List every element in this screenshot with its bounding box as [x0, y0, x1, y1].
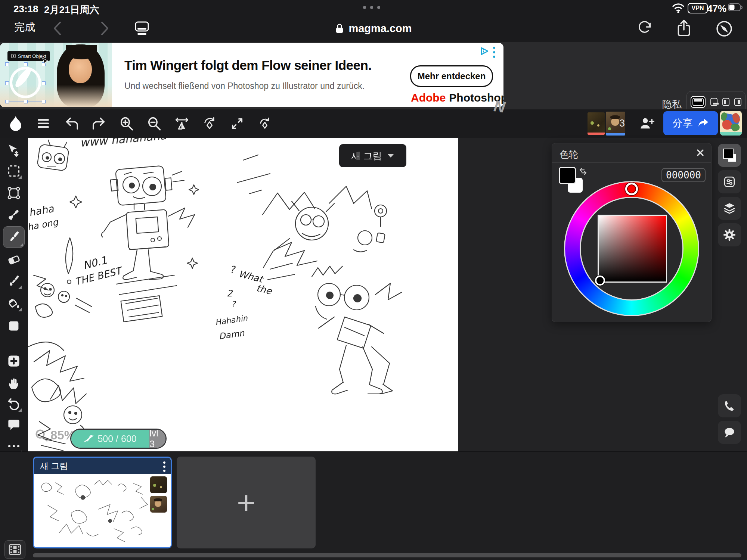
- battery-icon: [728, 3, 743, 12]
- ad-headline: Tim Wingert folgt dem Flow seiner Ideen.: [124, 58, 372, 73]
- shape-tool[interactable]: [5, 317, 23, 335]
- chat-bubble-icon: [723, 426, 736, 438]
- sv-selector[interactable]: [595, 276, 605, 286]
- drawing-canvas[interactable]: www hahahaha haha ha ong N0.1 THE BEST ?…: [28, 138, 458, 451]
- add-page-button[interactable]: +: [177, 457, 316, 548]
- status-bar: 23:18 2月21日周六 VPN 47%: [0, 0, 747, 15]
- layout-option-right[interactable]: [734, 98, 741, 106]
- reload-icon[interactable]: [637, 21, 653, 37]
- xp-level: lvl 3: [149, 430, 165, 448]
- zoom-out-icon[interactable]: [145, 114, 164, 133]
- sketch-word: the: [255, 283, 273, 297]
- smudge-tool[interactable]: [5, 272, 23, 290]
- collaborator-count: 3: [619, 118, 625, 129]
- clock: 23:18: [13, 3, 38, 15]
- sketch-word: What: [238, 268, 265, 285]
- layers-icon: [723, 202, 736, 215]
- film-icon: [9, 544, 21, 555]
- lock-icon: [335, 23, 344, 34]
- eraser-tool[interactable]: [5, 251, 23, 268]
- saturation-value-square[interactable]: [598, 215, 667, 283]
- address-bar[interactable]: magma.com: [0, 15, 747, 42]
- page-card-selected[interactable]: 새 그림: [33, 457, 172, 548]
- color-panel-title: 色轮: [560, 148, 578, 161]
- hue-selector[interactable]: [625, 183, 638, 195]
- zoom-in-icon[interactable]: [117, 114, 136, 133]
- reference-photo-1: [150, 476, 167, 493]
- page-card-header: 새 그림: [34, 458, 171, 474]
- ad-subheadline: Und wechselt fließend von Photoshop zu I…: [124, 81, 365, 91]
- layout-option-left[interactable]: [722, 98, 729, 106]
- color-wheel-panel: 色轮 000000: [552, 143, 712, 322]
- ad-image: Smart Objekt: [0, 43, 112, 107]
- phone-icon: [723, 400, 735, 412]
- canvas-sketch: www hahahaha haha ha ong N0.1 THE BEST ?…: [28, 138, 458, 451]
- sketch-word: haha: [28, 202, 55, 218]
- invite-user-icon[interactable]: [637, 114, 657, 133]
- voice-call-button[interactable]: [718, 394, 741, 417]
- zoom-indicator: 85%: [35, 428, 75, 442]
- multitask-dots-icon: [363, 6, 380, 9]
- flip-canvas-icon[interactable]: [172, 114, 192, 133]
- sketch-word: Hahahin: [214, 314, 248, 327]
- color-rail-button[interactable]: [718, 144, 741, 167]
- layers-button[interactable]: [718, 197, 741, 220]
- cursor-icon: [42, 58, 49, 65]
- sketch-word: ha ong: [28, 217, 59, 233]
- move-tool[interactable]: [5, 141, 23, 159]
- fullscreen-icon[interactable]: [227, 114, 247, 133]
- vpn-badge: VPN: [688, 3, 708, 13]
- swap-colors-icon[interactable]: [578, 167, 588, 176]
- sliders-icon: [723, 175, 736, 188]
- primary-color-swatch[interactable]: [559, 167, 576, 184]
- select-tool[interactable]: [5, 162, 23, 180]
- brush-tool-selected[interactable]: [3, 226, 25, 248]
- workspace: www hahahaha haha ha ong N0.1 THE BEST ?…: [0, 138, 747, 451]
- layout-option-bottom[interactable]: [710, 98, 717, 106]
- redo-icon[interactable]: [89, 114, 108, 133]
- undo-icon[interactable]: [62, 114, 82, 133]
- eyedropper-tool[interactable]: [5, 206, 23, 224]
- rail-swatch-icon: [723, 149, 734, 159]
- fill-tool[interactable]: [5, 295, 23, 312]
- reference-photo-2: [150, 496, 167, 513]
- page-card-title: 새 그림: [40, 460, 68, 472]
- settings-button[interactable]: [718, 223, 741, 246]
- user-avatar[interactable]: [720, 111, 742, 136]
- horizontal-scrollbar[interactable]: [33, 553, 741, 557]
- share-button[interactable]: 分享: [663, 111, 718, 135]
- compass-icon[interactable]: [716, 20, 733, 37]
- page-menu-dots-icon[interactable]: [163, 461, 165, 472]
- transform-tool[interactable]: [5, 184, 23, 202]
- page-dropdown[interactable]: 새 그림: [339, 144, 406, 167]
- hex-color-input[interactable]: 000000: [661, 168, 706, 182]
- url-text: magma.com: [348, 22, 412, 35]
- hand-tool[interactable]: [5, 374, 23, 392]
- timelapse-button[interactable]: [4, 540, 25, 559]
- menu-hamburger-icon[interactable]: [34, 114, 53, 133]
- chat-button[interactable]: [718, 421, 741, 444]
- magnifier-icon: [35, 429, 48, 442]
- safari-toolbar: 完成 magma.com: [0, 15, 747, 42]
- rotate-view-icon[interactable]: [255, 114, 275, 133]
- reset-rotation-tool[interactable]: [5, 395, 23, 413]
- wifi-icon: [672, 2, 685, 13]
- collaborator-avatar-1[interactable]: [588, 112, 605, 135]
- browser-content: Smart Objekt Tim Wingert folgt dem Flow …: [0, 42, 747, 109]
- date: 2月21日周六: [44, 3, 99, 16]
- magma-flame-logo[interactable]: [6, 114, 25, 133]
- magma-toolbar: 3 分享: [0, 109, 747, 138]
- adchoices-icon[interactable]: [480, 47, 490, 56]
- add-tool[interactable]: [5, 352, 23, 370]
- brush-settings-button[interactable]: [718, 170, 741, 193]
- layout-option-top-selected[interactable]: [691, 96, 706, 108]
- ad-banner[interactable]: Smart Objekt Tim Wingert folgt dem Flow …: [0, 43, 503, 107]
- ad-cta-button[interactable]: Mehr entdecken: [410, 65, 493, 87]
- smart-object-selection: [7, 64, 44, 102]
- comment-tool[interactable]: [5, 416, 23, 434]
- brush-xp-icon: [84, 434, 94, 443]
- ad-menu-dots-icon[interactable]: [493, 47, 495, 58]
- rotate-canvas-icon[interactable]: [200, 114, 219, 133]
- share-icon[interactable]: [675, 19, 692, 37]
- close-icon[interactable]: [696, 149, 704, 157]
